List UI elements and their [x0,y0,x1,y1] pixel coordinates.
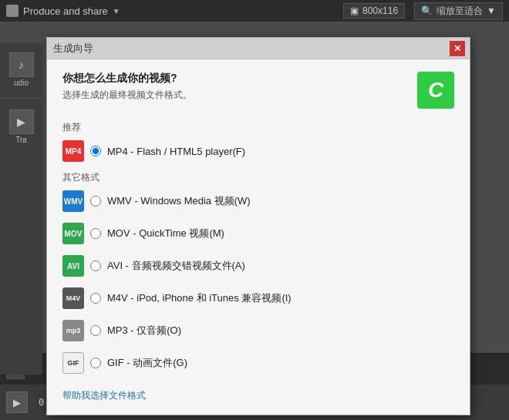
zoom-icon: 🔍 [421,5,433,16]
produce-icon [6,5,19,17]
option-avi-row: AVI AVI - 音频视频交错视频文件(A) [62,254,454,278]
mp4-radio[interactable] [90,146,101,156]
sidebar-item-audio[interactable]: ♪ udio [6,49,37,90]
mp4-label: MP4 - Flash / HTML5 player(F) [107,146,245,157]
option-wmv-row: WMV WMV - Windows Media 视频(W) [62,189,454,213]
dialog-body: 你想怎么生成你的视频? 选择生成的最终视频文件格式。 C 推荐 MP4 MP4 … [47,59,470,415]
avi-label: AVI - 音频视频交错视频文件(A) [107,259,245,273]
help-link[interactable]: 帮助我选择文件格式 [62,389,146,402]
mov-icon: MOV [62,223,84,244]
zoom-arrow: ▼ [487,5,496,16]
wmv-label: WMV - Windows Media 视频(W) [107,194,251,208]
mov-label: MOV - QuickTime 视频(M) [107,227,224,240]
dialog-titlebar: 生成向导 ✕ [47,38,470,59]
produce-menu[interactable]: Produce and share ▼ [6,5,120,17]
dialog-subheading: 选择生成的最终视频文件格式。 [62,89,192,102]
mp4-icon: MP4 [62,140,84,162]
sidebar-item-track[interactable]: ▶ Tra [6,106,37,147]
gif-label: GIF - 动画文件(G) [107,356,187,370]
option-m4v-row: M4V M4V - iPod, iPhone 和 iTunes 兼容视频(I) [62,286,454,311]
dialog-header-text: 你想怎么生成你的视频? 选择生成的最终视频文件格式。 [62,72,192,102]
option-mp3-row: mp3 MP3 - 仅音频(O) [62,318,454,343]
produce-label: Produce and share [23,5,108,17]
top-bar-right: ▣ 800x116 🔍 缩放至适合 ▼ [343,2,503,20]
m4v-label: M4V - iPod, iPhone 和 iTunes 兼容视频(I) [107,291,292,305]
dialog-title: 生成向导 [53,42,93,55]
camtasia-logo: C [417,72,454,109]
generate-dialog: 生成向导 ✕ 你想怎么生成你的视频? 选择生成的最终视频文件格式。 C 推荐 M… [46,37,470,415]
zoom-label: 缩放至适合 [437,5,483,18]
m4v-radio[interactable] [90,293,101,304]
zoom-badge[interactable]: 🔍 缩放至适合 ▼ [414,2,503,20]
dialog-heading: 你想怎么生成你的视频? [62,72,192,86]
resolution-icon: ▣ [350,5,359,16]
audio-label: udio [14,79,29,87]
audio-icon: ♪ [9,52,34,77]
divider-1 [0,98,42,99]
wmv-radio[interactable] [90,196,101,207]
recommended-section-label: 推荐 [62,121,454,134]
gif-icon: GIF [62,352,84,374]
logo-letter: C [428,78,443,102]
option-gif-row: GIF GIF - 动画文件(G) [62,351,454,375]
main-area: ♪ udio ▶ Tra 生成向导 ✕ 你想怎么生成你的视频? 选择生成的最终视… [0,22,509,353]
resolution-value: 800x116 [362,5,398,16]
avi-radio[interactable] [90,260,101,271]
track-icon: ▶ [9,109,34,134]
side-panel: ♪ udio ▶ Tra [0,43,42,375]
produce-dropdown-arrow: ▼ [113,7,120,15]
wmv-icon: WMV [62,190,84,212]
track-label: Tra [15,136,27,144]
mp3-label: MP3 - 仅音频(O) [107,324,181,338]
top-bar: Produce and share ▼ ▣ 800x116 🔍 缩放至适合 ▼ [0,0,509,22]
gif-radio[interactable] [90,358,101,368]
avi-icon: AVI [62,255,84,277]
other-section-label: 其它格式 [62,171,454,184]
option-mov-row: MOV MOV - QuickTime 视频(M) [62,221,454,246]
option-mp4-row: MP4 MP4 - Flash / HTML5 player(F) [62,139,454,163]
dialog-header: 你想怎么生成你的视频? 选择生成的最终视频文件格式。 C [62,72,454,109]
resolution-badge: ▣ 800x116 [343,3,405,18]
m4v-icon: M4V [62,287,84,309]
dialog-close-button[interactable]: ✕ [450,41,465,56]
mp3-radio[interactable] [90,325,101,336]
play-button[interactable]: ▶ [6,391,28,413]
mov-radio[interactable] [90,228,101,239]
mp3-icon: mp3 [62,320,84,341]
